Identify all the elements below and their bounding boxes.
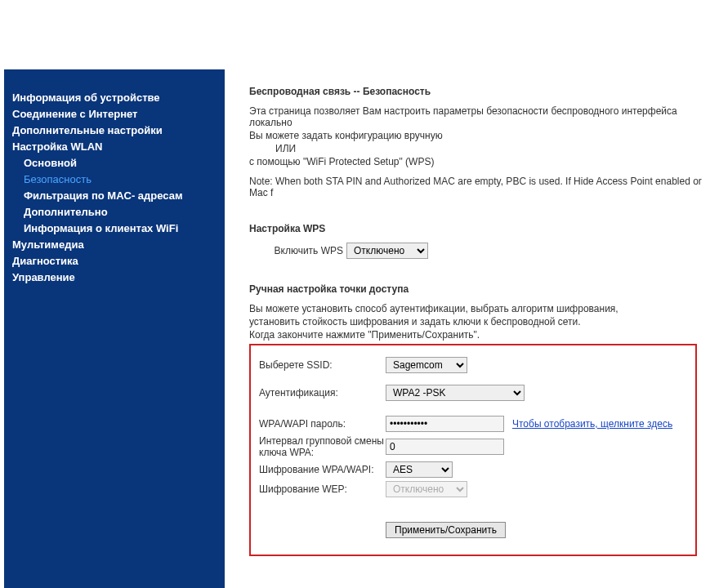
gtk-label: Интервал групповой смены ключа WPA: <box>259 435 386 458</box>
nav-wlan-security[interactable]: Безопасность <box>12 172 217 188</box>
intro-note: Note: When both STA PIN and Authorized M… <box>249 176 710 198</box>
sidebar: Информация об устройстве Соединение с Ин… <box>4 69 225 588</box>
show-password-link[interactable]: Чтобы отобразить, щелкните здесь <box>512 418 672 430</box>
wep-label: Шифрование WEP: <box>259 483 386 495</box>
manual-desc-2: установить стойкость шифрования и задать… <box>249 316 710 327</box>
wps-enable-select[interactable]: Отключено <box>346 243 428 259</box>
nav-wlan-basic[interactable]: Основной <box>12 155 217 172</box>
content-area: Беспроводная связь -- Безопасность Эта с… <box>225 69 710 588</box>
intro-line-1: Эта страница позволяет Вам настроить пар… <box>249 105 710 128</box>
nav-wlan-clients[interactable]: Информация о клиентах WiFi <box>12 220 217 237</box>
pass-input[interactable] <box>386 416 504 432</box>
page-title: Беспроводная связь -- Безопасность <box>249 86 710 97</box>
nav-multimedia[interactable]: Мультимедиа <box>12 237 217 253</box>
enc-label: Шифрование WPA/WAPI: <box>259 464 386 475</box>
gtk-input[interactable] <box>386 439 504 455</box>
intro-line-4: с помощью "WiFi Protected Setup" (WPS) <box>249 156 710 167</box>
nav-management[interactable]: Управление <box>12 270 217 286</box>
nav-wlan-advanced[interactable]: Дополнительно <box>12 204 217 220</box>
nav-internet[interactable]: Соединение с Интернет <box>12 106 217 122</box>
manual-desc-1: Вы можете установить способ аутентификац… <box>249 303 710 314</box>
nav-wlan[interactable]: Настройка WLAN <box>12 139 217 155</box>
apply-button[interactable]: Применить/Сохранить <box>386 522 506 538</box>
manual-desc-3: Когда закончите нажмите "Применить/Сохра… <box>249 329 710 341</box>
intro-line-3: ИЛИ <box>249 143 710 154</box>
wps-title: Настройка WPS <box>249 223 710 234</box>
wps-enable-label: Включить WPS <box>249 245 346 256</box>
ssid-select[interactable]: Sagemcom <box>386 357 467 373</box>
nav-diagnostics[interactable]: Диагностика <box>12 253 217 270</box>
auth-select[interactable]: WPA2 -PSK <box>386 385 525 401</box>
auth-label: Аутентификация: <box>259 387 386 399</box>
ssid-label: Выберете SSID: <box>259 359 386 371</box>
nav-advanced[interactable]: Дополнительные настройки <box>12 122 217 139</box>
manual-title: Ручная настройка точки доступа <box>249 283 710 295</box>
pass-label: WPA/WAPI пароль: <box>259 418 386 430</box>
nav-device-info[interactable]: Информация об устройстве <box>12 90 217 106</box>
nav-wlan-macfilter[interactable]: Фильтрация по MAC- адресам <box>12 188 217 204</box>
enc-select[interactable]: AES <box>386 461 453 478</box>
settings-box: Выберете SSID: Sagemcom Аутентификация: … <box>249 344 697 556</box>
intro-line-2: Вы можете задать конфигурацию вручную <box>249 130 710 141</box>
wep-select: Отключено <box>386 481 467 497</box>
